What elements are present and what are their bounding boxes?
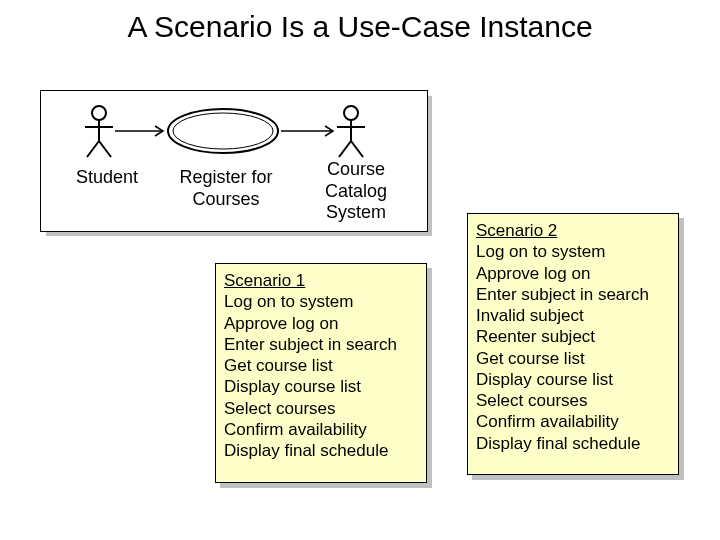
- svg-point-10: [168, 109, 278, 153]
- scenario2-step: Get course list: [476, 348, 670, 369]
- slide: A Scenario Is a Use-Case Instance: [0, 0, 720, 540]
- scenario1-step: Log on to system: [224, 291, 418, 312]
- scenario2-step: Confirm availability: [476, 411, 670, 432]
- svg-line-9: [351, 141, 363, 157]
- scenario2-step: Invalid subject: [476, 305, 670, 326]
- scenario1-note: Scenario 1 Log on to system Approve log …: [215, 263, 427, 483]
- scenario2-step: Log on to system: [476, 241, 670, 262]
- scenario2-heading: Scenario 2: [476, 220, 670, 241]
- scenario1-step: Display final schedule: [224, 440, 418, 461]
- scenario2-step: Approve log on: [476, 263, 670, 284]
- usecase-box: Student Register for Courses Course Cata…: [40, 90, 428, 232]
- scenario1-step: Display course list: [224, 376, 418, 397]
- scenario1-step: Approve log on: [224, 313, 418, 334]
- scenario1-step: Enter subject in search: [224, 334, 418, 355]
- scenario2-step: Reenter subject: [476, 326, 670, 347]
- svg-line-8: [339, 141, 351, 157]
- svg-point-5: [344, 106, 358, 120]
- scenario1-step: Confirm availability: [224, 419, 418, 440]
- svg-line-3: [87, 141, 99, 157]
- actor-student-icon: [85, 106, 113, 157]
- actor-catalog-label: Course Catalog System: [311, 159, 401, 224]
- usecase-label: Register for Courses: [161, 167, 291, 210]
- scenario1-step: Get course list: [224, 355, 418, 376]
- page-title: A Scenario Is a Use-Case Instance: [0, 10, 720, 44]
- scenario1-heading: Scenario 1: [224, 270, 418, 291]
- scenario2-step: Display course list: [476, 369, 670, 390]
- scenario1-step: Select courses: [224, 398, 418, 419]
- actor-student-label: Student: [67, 167, 147, 189]
- svg-point-0: [92, 106, 106, 120]
- svg-line-4: [99, 141, 111, 157]
- actor-catalog-icon: [337, 106, 365, 157]
- scenario2-note: Scenario 2 Log on to system Approve log …: [467, 213, 679, 475]
- scenario2-step: Enter subject in search: [476, 284, 670, 305]
- usecase-ellipse-icon: [168, 109, 278, 153]
- scenario2-step: Display final schedule: [476, 433, 670, 454]
- scenario2-step: Select courses: [476, 390, 670, 411]
